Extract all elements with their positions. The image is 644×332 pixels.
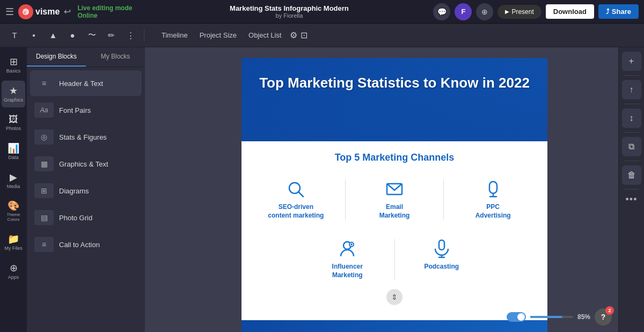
data-icon: 📊 [8, 142, 19, 154]
theme-icon: 🎨 [8, 200, 19, 212]
project-title: Marketing Stats Infographic Modern [149, 4, 429, 12]
canvas-header-title: Top Marketing Statistics to Know in 2022 [252, 74, 537, 92]
triangle-tool[interactable]: ▲ [45, 27, 61, 44]
text-tool[interactable]: T [6, 27, 23, 44]
undo-button[interactable]: ↩ [64, 6, 71, 17]
zoom-toggle[interactable] [507, 312, 526, 322]
sidebar-item-photos[interactable]: 🖼 Photos [2, 110, 25, 136]
tab-my-blocks[interactable]: My Blocks [86, 47, 145, 67]
design-panel-tabs: Design Blocks My Blocks [27, 47, 145, 67]
tab-object-list[interactable]: Object List [243, 29, 287, 41]
sidebar-item-data[interactable]: 📊 Data [2, 138, 25, 165]
align-down-button[interactable]: ↕ [622, 109, 641, 128]
channel-podcasting: Podcasting [395, 234, 489, 285]
share-icon: ⤴ [606, 8, 610, 16]
graphics-icon: ★ [9, 85, 18, 97]
channel-influencer: InfluencerMarketing [301, 234, 394, 285]
comment-button[interactable]: 💬 [433, 3, 450, 20]
pen-tool[interactable]: ✏ [103, 27, 119, 44]
more-options-icon[interactable]: ••• [626, 194, 638, 205]
files-icon: 📁 [8, 233, 19, 245]
rect-tool[interactable]: ▪ [26, 27, 42, 44]
main-area: ⊞ Basics ★ Graphics 🖼 Photos 📊 Data ▶ Me… [0, 47, 644, 332]
channel-label-ppc: PPCAdvertising [475, 203, 511, 220]
header-text-icon: ≡ [34, 76, 54, 91]
canvas-header-bg [241, 58, 547, 141]
channel-label-influencer: InfluencerMarketing [332, 263, 363, 279]
graphics-text-icon: ▦ [34, 156, 54, 171]
sidebar-label-files: My Files [4, 246, 23, 251]
more-tools[interactable]: ⋮ [122, 27, 138, 44]
canvas-footer: 10 Most Popular Social Media Platforms B… [241, 320, 547, 332]
design-panel: Design Blocks My Blocks ≡ Header & Text … [27, 47, 145, 332]
photos-icon: 🖼 [9, 114, 18, 125]
ppc-icon [484, 179, 503, 199]
collaborators-button[interactable]: ⊕ [476, 3, 493, 20]
curve-tool[interactable]: 〜 [84, 27, 100, 44]
font-pairs-icon: Aa [34, 103, 54, 118]
sidebar-label-basics: Basics [6, 69, 21, 74]
tab-timeline[interactable]: Timeline [156, 29, 193, 41]
help-button[interactable]: ? 2 [595, 308, 612, 326]
sidebar-item-theme-colors[interactable]: 🎨 Theme Colors [2, 196, 25, 227]
svg-rect-12 [439, 240, 444, 250]
duplicate-button[interactable]: ⧉ [622, 137, 641, 156]
svg-line-3 [298, 192, 303, 197]
download-button[interactable]: Download [546, 4, 594, 19]
block-item-photo-grid[interactable]: ▤ Photo Grid [30, 205, 142, 230]
edit-status: Live editing mode Online [77, 4, 145, 19]
tab-project-size[interactable]: Project Size [194, 29, 242, 41]
block-item-header-text[interactable]: ≡ Header & Text [30, 70, 142, 96]
toolbar-strip: T ▪ ▲ ● 〜 ✏ ⋮ Timeline Project Size Obje… [0, 24, 644, 47]
canvas-area: Top Marketing Statistics to Know in 2022… [145, 47, 644, 332]
sidebar-item-apps[interactable]: ⊕ Apps [2, 258, 25, 285]
right-sep-4 [624, 161, 639, 161]
block-item-font-pairs[interactable]: Aa Font Pairs [30, 97, 142, 123]
sidebar-item-my-files[interactable]: 📁 My Files [2, 229, 25, 256]
delete-button[interactable]: 🗑 [622, 165, 641, 185]
block-label-diagrams: Diagrams [59, 187, 89, 195]
settings-icon[interactable]: ⚙ [290, 30, 297, 40]
media-icon: ▶ [10, 171, 17, 183]
tab-design-blocks[interactable]: Design Blocks [27, 47, 86, 67]
channels-row-2: InfluencerMarketing Podcasting [247, 234, 542, 285]
present-button[interactable]: Present [497, 5, 541, 19]
svg-text:v: v [24, 9, 26, 15]
block-label-graphics-text: Graphics & Text [59, 160, 108, 168]
add-button[interactable]: + [622, 52, 641, 71]
avatar-button[interactable]: F [455, 3, 472, 20]
image-crop-icon[interactable]: ⊡ [301, 30, 308, 40]
hamburger-icon[interactable]: ☰ [5, 6, 14, 18]
left-sidebar: ⊞ Basics ★ Graphics 🖼 Photos 📊 Data ▶ Me… [0, 47, 27, 332]
zoom-slider[interactable] [530, 316, 573, 318]
align-up-button[interactable]: ↑ [622, 80, 641, 99]
block-item-call-to-action[interactable]: ≡ Call to Action [30, 232, 142, 257]
stats-icon: ◎ [34, 129, 54, 145]
top-bar-left: ☰ v visme ↩ Live editing mode Online [5, 4, 145, 19]
canvas-content: Top Marketing Statistics to Know in 2022… [241, 58, 547, 332]
block-item-graphics-text[interactable]: ▦ Graphics & Text [30, 151, 142, 177]
sidebar-item-basics[interactable]: ⊞ Basics [2, 52, 25, 78]
right-sep-5 [624, 189, 639, 190]
logo: v visme [18, 4, 60, 19]
zoom-bar: 85% ? 2 [507, 308, 612, 326]
podcasting-icon [432, 239, 451, 258]
zoom-value: 85% [577, 313, 590, 321]
channel-seo: SEO-drivencontent marketing [247, 174, 345, 225]
scroll-button[interactable]: ⇕ [386, 289, 402, 305]
sidebar-item-media[interactable]: ▶ Media [2, 167, 25, 194]
sidebar-label-data: Data [8, 155, 18, 161]
sidebar-label-photos: Photos [6, 126, 21, 132]
channel-label-email: EmailMarketing [379, 203, 410, 220]
block-item-diagrams[interactable]: ⊞ Diagrams [30, 178, 142, 204]
sidebar-label-theme: Theme Colors [4, 213, 23, 222]
share-button[interactable]: ⤴ Share [598, 4, 639, 19]
sidebar-item-graphics[interactable]: ★ Graphics [2, 81, 25, 107]
sidebar-label-apps: Apps [8, 275, 19, 280]
circle-tool[interactable]: ● [64, 27, 80, 44]
svg-rect-5 [489, 182, 497, 193]
block-item-stats-figures[interactable]: ◎ Stats & Figures [30, 124, 142, 150]
zoom-slider-fill [530, 316, 562, 318]
block-label-cta: Call to Action [59, 241, 100, 249]
canvas-tabs: Timeline Project Size Object List ⚙ ⊡ [156, 29, 308, 41]
